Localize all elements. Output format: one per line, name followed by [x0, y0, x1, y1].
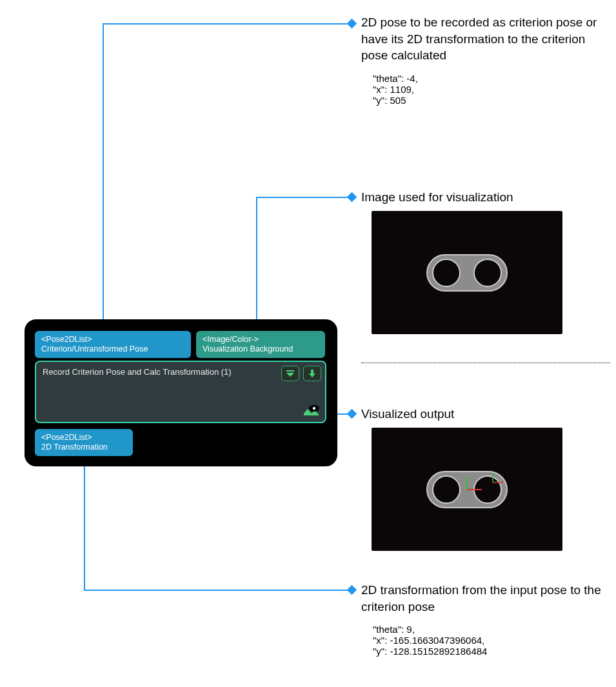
port-type-label: <Image/Color->	[203, 335, 319, 344]
separator-line	[361, 363, 610, 363]
part-glyph	[421, 467, 513, 512]
expand-button[interactable]	[281, 366, 299, 381]
connector-line	[256, 197, 350, 198]
download-arrow-icon	[308, 369, 317, 378]
callout-title: Image used for visualization	[361, 189, 606, 206]
connector-line	[84, 590, 351, 591]
visualization-image-output	[372, 428, 562, 551]
callout-transformation-output: 2D transformation from the input pose to…	[361, 582, 606, 657]
run-button[interactable]	[303, 366, 321, 381]
callout-visualized-output: Visualized output	[361, 406, 606, 423]
node-toolbar	[281, 366, 321, 381]
svg-rect-18	[286, 370, 294, 372]
node-title: Record Criterion Pose and Calc Transform…	[43, 367, 232, 377]
port-name-label: Criterion/Untransformed Pose	[41, 344, 184, 354]
diamond-marker	[347, 585, 357, 595]
visualize-toggle[interactable]	[303, 405, 320, 418]
port-name-label: 2D Transformation	[41, 443, 126, 452]
node-block: <Pose2DList> Criterion/Untransformed Pos…	[25, 319, 337, 466]
port-type-label: <Pose2DList>	[41, 335, 184, 344]
input-port-pose[interactable]: <Pose2DList> Criterion/Untransformed Pos…	[35, 331, 191, 358]
diamond-marker	[347, 192, 357, 203]
node-body[interactable]: Record Criterion Pose and Calc Transform…	[35, 361, 326, 423]
svg-marker-21	[309, 373, 315, 377]
connector-line	[103, 23, 104, 331]
callout-pose-input: 2D pose to be recorded as criterion pose…	[361, 14, 606, 106]
part-glyph	[421, 250, 513, 295]
diamond-marker	[347, 409, 357, 419]
svg-point-23	[313, 407, 315, 410]
callout-image-input: Image used for visualization	[361, 189, 606, 206]
port-type-label: <Pose2DList>	[41, 433, 126, 443]
input-port-image[interactable]: <Image/Color-> Visualization Background	[196, 331, 325, 358]
callout-title: 2D pose to be recorded as criterion pose…	[361, 14, 606, 64]
output-port-transformation[interactable]: <Pose2DList> 2D Transformation	[35, 429, 133, 456]
callout-data: "theta": 9, "x": -165.1663047396064, "y"…	[373, 624, 606, 657]
svg-marker-19	[286, 373, 294, 377]
diamond-marker	[347, 19, 357, 29]
svg-rect-20	[311, 370, 313, 373]
visualization-image-input	[372, 211, 562, 334]
svg-rect-3	[427, 255, 507, 291]
port-name-label: Visualization Background	[203, 344, 319, 354]
connector-line	[84, 459, 85, 591]
connector-line	[256, 197, 257, 331]
callout-data: "theta": -4, "x": 1109, "y": 505	[373, 73, 606, 106]
callout-title: 2D transformation from the input pose to…	[361, 582, 606, 615]
callout-title: Visualized output	[361, 406, 606, 423]
expand-icon	[285, 369, 295, 378]
connector-line	[103, 23, 350, 25]
eye-image-icon	[303, 405, 320, 418]
